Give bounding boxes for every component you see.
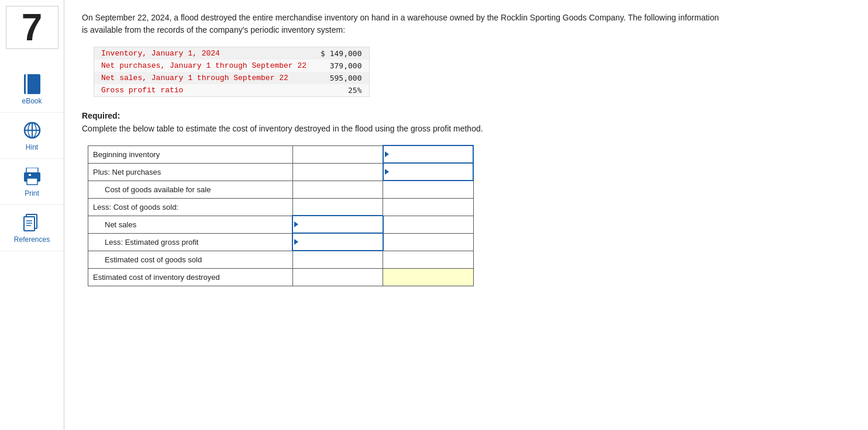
required-label: Required:	[82, 111, 850, 120]
input-col1[interactable]	[292, 216, 383, 233]
svg-rect-9	[29, 174, 31, 176]
sidebar-item-references[interactable]: References	[0, 205, 64, 251]
input-col2[interactable]	[383, 163, 473, 181]
row-label: Less: Estimated gross profit	[88, 233, 293, 251]
input-col1[interactable]	[292, 233, 383, 251]
row-label: Net sales	[88, 216, 293, 233]
info-value: $ 149,000	[314, 47, 369, 60]
question-number: 7	[6, 6, 58, 49]
sidebar-item-hint-label: Hint	[26, 143, 38, 151]
references-icon	[22, 212, 43, 233]
svg-rect-11	[24, 217, 35, 231]
sidebar-item-ebook-label: eBook	[22, 97, 42, 105]
ebook-icon	[22, 74, 43, 95]
input-col1[interactable]	[292, 163, 383, 181]
svg-rect-8	[27, 178, 37, 185]
table-row: Less: Estimated gross profit	[88, 233, 474, 251]
input-col2[interactable]	[383, 145, 473, 163]
input-col1[interactable]	[292, 181, 383, 198]
sidebar-item-references-label: References	[14, 235, 50, 244]
table-row: Estimated cost of goods sold	[88, 251, 474, 268]
table-row: Estimated cost of inventory destroyed	[88, 268, 474, 286]
info-label: Gross profit ratio	[94, 84, 314, 97]
input-col1[interactable]	[292, 251, 383, 268]
row-label: Estimated cost of inventory destroyed	[88, 268, 293, 286]
sidebar-item-ebook[interactable]: eBook	[0, 67, 64, 113]
sidebar-item-print[interactable]: Print	[0, 159, 64, 205]
info-value: 379,000	[314, 60, 369, 72]
input-col2[interactable]	[383, 216, 473, 233]
print-icon	[22, 166, 43, 187]
row-label: Estimated cost of goods sold	[88, 251, 293, 268]
row-label: Plus: Net purchases	[88, 163, 293, 181]
table-row: Less: Cost of goods sold:	[88, 198, 474, 216]
input-col1[interactable]	[292, 268, 383, 286]
row-label: Less: Cost of goods sold:	[88, 198, 293, 216]
sidebar-item-hint[interactable]: Hint	[0, 113, 64, 159]
input-col2[interactable]	[383, 233, 473, 251]
intro-paragraph: On September 22, 2024, a flood destroyed…	[82, 12, 725, 36]
info-value: 595,000	[314, 72, 369, 84]
info-value: 25%	[314, 84, 369, 97]
input-col2[interactable]	[383, 181, 473, 198]
input-col1[interactable]	[292, 198, 383, 216]
input-col2[interactable]	[383, 251, 473, 268]
row-label: Beginning inventory	[88, 145, 293, 163]
info-label: Inventory, January 1, 2024	[94, 47, 314, 60]
sidebar: 7 eBook Hint	[0, 0, 64, 430]
table-row: Plus: Net purchases	[88, 163, 474, 181]
table-row: Net sales	[88, 216, 474, 233]
main-content: On September 22, 2024, a flood destroyed…	[64, 0, 868, 430]
answer-table: Beginning inventoryPlus: Net purchasesCo…	[88, 145, 474, 286]
hint-icon	[22, 120, 43, 141]
info-table: Inventory, January 1, 2024$ 149,000Net p…	[94, 47, 370, 97]
info-label: Net purchases, January 1 through Septemb…	[94, 60, 314, 72]
sidebar-item-print-label: Print	[25, 189, 39, 197]
svg-rect-1	[26, 74, 27, 94]
row-label: Cost of goods available for sale	[88, 181, 293, 198]
input-col2[interactable]	[383, 198, 473, 216]
info-label: Net sales, January 1 through September 2…	[94, 72, 314, 84]
input-col2[interactable]	[383, 268, 473, 286]
table-row: Beginning inventory	[88, 145, 474, 163]
required-text: Complete the below table to estimate the…	[82, 124, 850, 133]
input-col1[interactable]	[292, 145, 383, 163]
table-row: Cost of goods available for sale	[88, 181, 474, 198]
